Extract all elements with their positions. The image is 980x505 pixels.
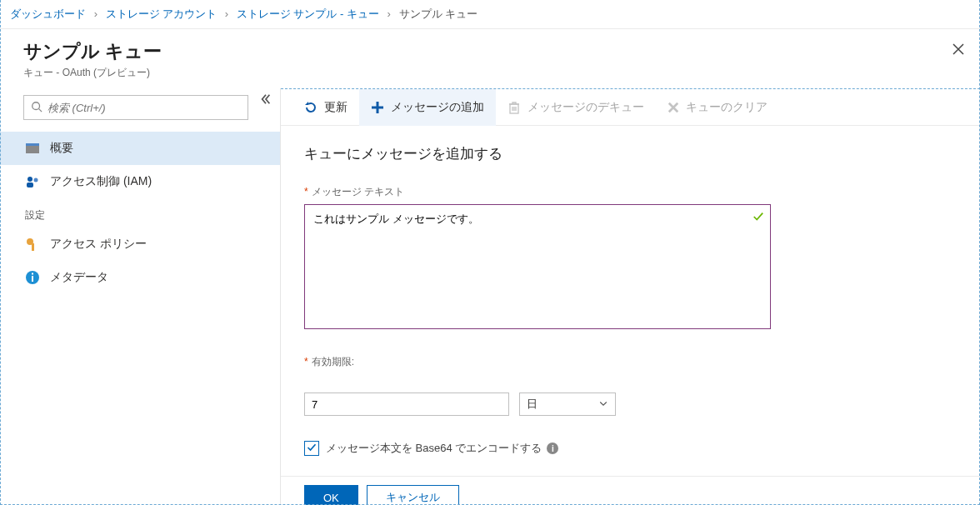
selection-frame xyxy=(0,0,980,505)
